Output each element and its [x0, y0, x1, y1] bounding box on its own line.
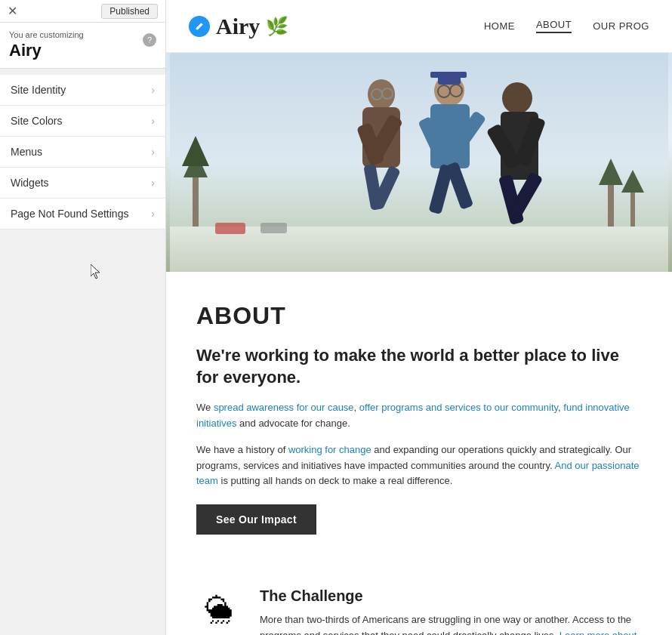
sidebar-header: ✕ Published	[0, 0, 165, 23]
menu-item-site-colors[interactable]: Site Colors ›	[0, 106, 165, 137]
hero-image	[166, 53, 672, 272]
about-subtitle: We're working to make the world a better…	[196, 345, 642, 388]
logo-text: Airy	[216, 14, 260, 39]
chevron-right-icon: ›	[151, 84, 155, 96]
chevron-right-icon: ›	[151, 115, 155, 127]
challenge-section: 🌦 The Challenge More than two-thirds of …	[166, 572, 672, 635]
challenge-icon: 🌦	[196, 587, 242, 633]
svg-rect-5	[608, 181, 614, 227]
logo-leaf-icon: 🌿	[266, 16, 288, 37]
about-section: ABOUT We're working to make the world a …	[166, 272, 672, 572]
svg-point-30	[502, 82, 532, 114]
chevron-right-icon: ›	[151, 146, 155, 158]
menu-item-site-identity[interactable]: Site Identity ›	[0, 75, 165, 106]
weather-icon: 🌦	[205, 594, 233, 627]
svg-rect-7	[630, 189, 635, 227]
menu-item-site-colors-label: Site Colors	[11, 115, 62, 127]
edit-icon[interactable]	[189, 16, 210, 37]
customizing-text-block: You are customizing Airy	[9, 30, 84, 60]
see-impact-button[interactable]: See Our Impact	[196, 504, 316, 535]
svg-rect-2	[193, 174, 199, 227]
close-button[interactable]: ✕	[8, 5, 17, 17]
nav-link-about[interactable]: ABOUT	[536, 19, 572, 33]
site-name-label: Airy	[9, 41, 84, 60]
link-offer-programs[interactable]: offer programs and services to our commu…	[359, 402, 558, 413]
you-are-customizing-label: You are customizing	[9, 30, 84, 39]
challenge-text-block: The Challenge More than two-thirds of Am…	[260, 587, 642, 635]
menu-item-widgets-label: Widgets	[11, 177, 49, 189]
svg-rect-9	[215, 223, 245, 234]
chevron-right-icon: ›	[151, 208, 155, 220]
link-learn-mission[interactable]: Learn more about our mission	[260, 630, 637, 635]
nav-links: HOME ABOUT OUR PROG	[484, 19, 649, 33]
challenge-title: The Challenge	[260, 587, 642, 605]
link-working-for-change[interactable]: working for change	[288, 444, 371, 455]
close-icon: ✕	[8, 5, 17, 17]
link-spread-awareness[interactable]: spread awareness for our cause	[214, 402, 354, 413]
menu-item-widgets[interactable]: Widgets ›	[0, 168, 165, 199]
svg-rect-22	[430, 72, 467, 78]
customizing-section: You are customizing Airy ?	[0, 23, 165, 69]
nav-link-home[interactable]: HOME	[484, 20, 515, 32]
about-paragraph-1: We spread awareness for our cause, offer…	[196, 400, 642, 432]
logo-area: Airy 🌿	[189, 14, 288, 39]
preview-content: Airy 🌿 HOME ABOUT OUR PROG	[166, 0, 672, 635]
menu-item-menus-label: Menus	[11, 146, 42, 158]
help-icon[interactable]: ?	[143, 33, 156, 47]
site-nav: Airy 🌿 HOME ABOUT OUR PROG	[166, 0, 672, 53]
link-passionate-team[interactable]: And our passionate team	[196, 460, 640, 487]
hero-overlay	[166, 53, 672, 272]
chevron-right-icon: ›	[151, 177, 155, 189]
customizer-menu: Site Identity › Site Colors › Menus › Wi…	[0, 75, 165, 230]
about-title: ABOUT	[196, 302, 642, 330]
menu-item-page-not-found-label: Page Not Found Settings	[11, 208, 128, 220]
menu-item-page-not-found[interactable]: Page Not Found Settings ›	[0, 199, 165, 230]
sidebar: ✕ Published You are customizing Airy ? S…	[0, 0, 166, 635]
svg-rect-10	[260, 223, 287, 233]
about-paragraph-2: We have a history of working for change …	[196, 442, 642, 489]
challenge-paragraph: More than two-thirds of Americans are st…	[260, 612, 642, 635]
menu-item-menus[interactable]: Menus ›	[0, 137, 165, 168]
published-button[interactable]: Published	[101, 4, 158, 19]
nav-link-our-prog[interactable]: OUR PROG	[593, 20, 649, 32]
menu-item-site-identity-label: Site Identity	[11, 84, 66, 96]
